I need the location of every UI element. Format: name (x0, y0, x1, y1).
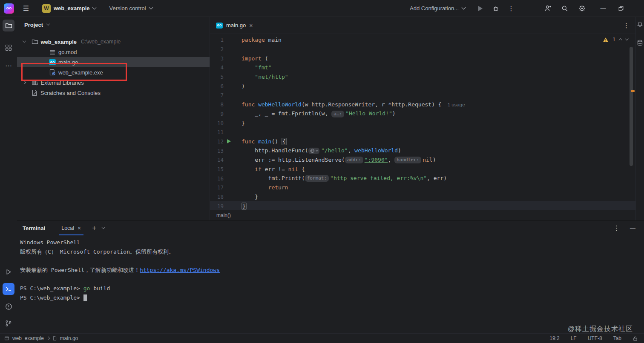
parameter-hint-inlay[interactable]: format: (305, 175, 329, 182)
tool-run-button[interactable] (3, 266, 14, 278)
terminal-output[interactable]: Windows PowerShell版权所有（C） Microsoft Corp… (17, 235, 644, 302)
readonly-toggle[interactable] (632, 336, 638, 341)
structure-icon (5, 44, 12, 51)
status-file-name[interactable]: main.go (60, 335, 78, 341)
hide-terminal-button[interactable]: — (630, 225, 635, 232)
terminal-tab-local[interactable]: Local × (59, 221, 83, 235)
run-configuration-selector[interactable]: Add Configuration... (410, 5, 465, 11)
tool-terminal-button[interactable] (3, 283, 14, 295)
run-gutter-button[interactable] (225, 139, 232, 143)
code-line-2: 2 (210, 45, 635, 54)
tree-item-main-go[interactable]: GOmain.go (17, 57, 210, 67)
parameter-hint-inlay[interactable]: handler: (394, 157, 421, 163)
editor-scrollbar[interactable] (630, 47, 633, 166)
exe-file-icon (49, 69, 56, 76)
line-number: 2 (210, 46, 224, 52)
more-actions-button[interactable]: ⋮ (505, 3, 517, 14)
breadcrumb[interactable]: main() (210, 210, 635, 220)
url-string[interactable]: "/hello" (321, 147, 348, 154)
caret-position-widget[interactable]: 19:2 (549, 335, 559, 341)
user-plus-icon (544, 5, 552, 12)
indent-widget[interactable]: Tab (613, 335, 621, 341)
inspection-marker[interactable] (631, 90, 635, 92)
terminal-header-actions: ⋮ — (613, 224, 644, 232)
tree-item-web-example-root[interactable]: web_exampleC:\web_example (17, 37, 210, 47)
editor: GO main.go × ⋮ 1package main23import (4 … (210, 17, 635, 220)
minimize-button[interactable]: — (597, 3, 609, 14)
run-button[interactable] (474, 3, 486, 14)
terminal-tab-label: Local (61, 225, 74, 231)
code-with-me-button[interactable] (542, 3, 554, 14)
settings-button[interactable] (576, 3, 588, 14)
activity-bar: ⋯ (0, 17, 17, 333)
parameter-hint-inlay[interactable]: addr: (345, 157, 363, 163)
tree-item-go-mod[interactable]: go.mod (17, 47, 210, 57)
chevron-up-icon[interactable] (619, 39, 622, 42)
line-number: 7 (210, 92, 224, 98)
editor-tab-main-go[interactable]: GO main.go × (210, 17, 259, 34)
debug-button[interactable] (490, 3, 502, 14)
tree-item-label: web_example.exe (58, 69, 103, 76)
close-icon[interactable]: × (78, 225, 81, 231)
chevron-down-icon (462, 6, 466, 10)
code-text: return (232, 184, 288, 191)
terminal-link[interactable]: https://aka.ms/PSWindows (140, 267, 220, 273)
code-text: func main() { (232, 138, 287, 145)
line-number: 16 (210, 175, 224, 182)
inspections-widget[interactable]: 1 (603, 37, 628, 43)
code-text: "fmt" (232, 64, 271, 71)
tool-version-control-button[interactable] (3, 317, 14, 329)
session-options-button[interactable] (102, 228, 105, 229)
main-menu-button[interactable]: ☰ (20, 3, 32, 14)
line-number: 19 (210, 203, 224, 209)
tree-item-web-example-exe[interactable]: web_example.exe (17, 67, 210, 77)
url-globe-inlay[interactable] (308, 148, 320, 154)
go-file-icon: GO (216, 23, 223, 29)
tree-item-scratches-and-consoles[interactable]: Scratches and Consoles (17, 88, 210, 98)
chevron-right-icon[interactable] (23, 81, 26, 84)
editor-options-button[interactable]: ⋮ (623, 22, 635, 29)
project-widget[interactable]: W web_example (39, 3, 99, 14)
search-everywhere-button[interactable] (559, 3, 571, 14)
code-line-3: 3import ( (210, 54, 635, 63)
tool-project-button[interactable] (3, 20, 14, 31)
close-icon[interactable]: × (249, 23, 253, 29)
editor-tabbar: GO main.go × ⋮ (210, 17, 635, 34)
terminal-text: 安装最新的 PowerShell，了解新功能和改进！ (20, 267, 140, 273)
warning-icon (603, 37, 609, 43)
plus-icon: + (92, 224, 96, 232)
usages-inlay[interactable]: 1 usage (448, 102, 465, 107)
new-session-button[interactable]: + (89, 224, 99, 232)
tool-more-button[interactable]: ⋯ (3, 60, 14, 71)
chevron-down-icon[interactable] (625, 37, 628, 40)
notifications-button[interactable] (637, 21, 643, 28)
right-tool-strip (635, 17, 644, 220)
version-control-widget[interactable]: Version control (109, 5, 152, 11)
parameter-hint-inlay[interactable]: a…: (331, 111, 344, 117)
tree-item-external-libraries[interactable]: External Libraries (17, 77, 210, 88)
encoding-widget[interactable]: UTF-8 (588, 335, 602, 341)
chevron-down-icon[interactable] (23, 39, 26, 43)
git-branch-icon (5, 320, 12, 327)
code-text: ) (232, 83, 245, 89)
code-line-4: 4 "fmt" (210, 63, 635, 72)
chevron-down-icon (46, 22, 50, 26)
folder-icon (32, 38, 38, 45)
url-string[interactable]: ":9090" (365, 157, 388, 163)
tool-problems-button[interactable] (3, 300, 14, 312)
tool-structure-button[interactable] (3, 42, 14, 54)
breadcrumb-item[interactable]: main() (216, 212, 231, 218)
line-separator-widget[interactable]: LF (571, 335, 577, 341)
editor-tab-title: main.go (226, 22, 246, 29)
line-number: 5 (210, 74, 224, 80)
terminal-icon (5, 286, 12, 292)
code-area[interactable]: 1package main23import (4 "fmt"5 "net/htt… (210, 34, 635, 210)
line-number: 17 (210, 184, 224, 191)
terminal-options-button[interactable]: ⋮ (613, 224, 620, 232)
chevron-down-icon (92, 6, 96, 10)
titlebar-right: Add Configuration... ⋮ (410, 3, 644, 14)
database-tool-button[interactable] (637, 40, 643, 46)
project-panel-header[interactable]: Project (17, 17, 210, 32)
status-project-name[interactable]: web_example (12, 335, 44, 341)
restore-button[interactable] (615, 3, 627, 14)
